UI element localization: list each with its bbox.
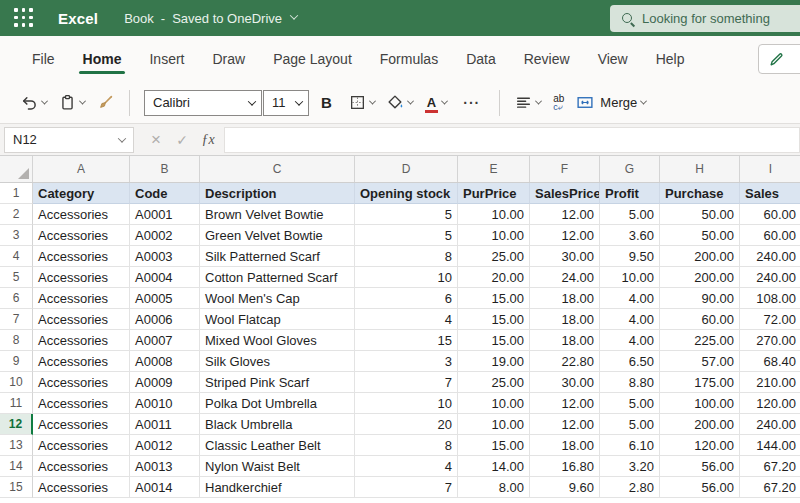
cell[interactable]: 3.20 [600,456,660,477]
function-icon[interactable]: ƒx [196,132,220,148]
cell[interactable]: 16.80 [530,456,600,477]
cell[interactable]: 7 [355,372,458,393]
tab-file[interactable]: File [18,41,69,77]
cell[interactable]: A0002 [130,225,200,246]
column-header-D[interactable]: D [355,156,458,182]
cell[interactable]: Wool Flatcap [200,309,355,330]
cell[interactable]: Accessories [33,393,130,414]
cell[interactable]: 2.80 [600,477,660,498]
font-name-dropdown[interactable]: Calibri [144,90,262,116]
cell[interactable]: 3 [355,351,458,372]
cell[interactable]: Accessories [33,372,130,393]
cell[interactable]: 60.00 [740,225,800,246]
tab-home[interactable]: Home [69,41,136,77]
search-box[interactable] [610,5,800,32]
cell[interactable]: 5.00 [600,204,660,225]
confirm-icon[interactable]: ✓ [170,132,194,148]
cell[interactable]: Nylon Waist Belt [200,456,355,477]
cell[interactable]: 14.00 [458,456,530,477]
tab-draw[interactable]: Draw [198,41,259,77]
cell[interactable]: Accessories [33,288,130,309]
cell[interactable]: Description [200,183,355,204]
cell[interactable]: 22.80 [530,351,600,372]
cell[interactable]: 5.00 [600,393,660,414]
cell[interactable]: 60.00 [740,204,800,225]
row-header-12[interactable]: 12 [0,414,33,435]
cell[interactable]: Handkerchief [200,477,355,498]
cell[interactable]: 200.00 [660,267,740,288]
font-size-dropdown[interactable]: 11 [263,90,309,116]
row-header-4[interactable]: 4 [0,246,33,267]
cell[interactable]: A0006 [130,309,200,330]
cell[interactable]: A0004 [130,267,200,288]
cell[interactable]: Silk Patterned Scarf [200,246,355,267]
cell[interactable]: 7 [355,477,458,498]
tab-data[interactable]: Data [452,41,510,77]
cell[interactable]: PurPrice [458,183,530,204]
cell[interactable]: A0003 [130,246,200,267]
cell[interactable]: 20.00 [458,267,530,288]
cell[interactable]: 200.00 [660,414,740,435]
cell[interactable]: 15.00 [458,330,530,351]
search-input[interactable] [642,11,792,26]
cell[interactable]: A0010 [130,393,200,414]
cell[interactable]: 4.00 [600,330,660,351]
formula-input[interactable] [225,128,799,152]
cell[interactable]: 144.00 [740,435,800,456]
cell[interactable]: 30.00 [530,372,600,393]
cell[interactable]: 6 [355,288,458,309]
cell[interactable]: 19.00 [458,351,530,372]
cell[interactable]: Profit [600,183,660,204]
row-header-3[interactable]: 3 [0,225,33,246]
cell[interactable]: Accessories [33,225,130,246]
cell[interactable]: 20 [355,414,458,435]
cell[interactable]: 210.00 [740,372,800,393]
cell[interactable]: 15.00 [458,309,530,330]
editing-mode-button[interactable] [758,44,800,74]
cell[interactable]: 15.00 [458,435,530,456]
cell[interactable]: Striped Pink Scarf [200,372,355,393]
cell[interactable]: A0009 [130,372,200,393]
column-header-A[interactable]: A [33,156,130,182]
cell[interactable]: 30.00 [530,246,600,267]
more-formatting-button[interactable]: ··· [454,90,489,116]
cell[interactable]: 9.50 [600,246,660,267]
cell[interactable]: 56.00 [660,477,740,498]
cell[interactable]: Cotton Patterned Scarf [200,267,355,288]
tab-view[interactable]: View [584,41,642,77]
column-header-E[interactable]: E [458,156,530,182]
row-header-13[interactable]: 13 [0,435,33,456]
cell[interactable]: 6.50 [600,351,660,372]
cell[interactable]: Accessories [33,435,130,456]
cell[interactable]: 12.00 [530,204,600,225]
row-header-10[interactable]: 10 [0,372,33,393]
cell[interactable]: A0011 [130,414,200,435]
bold-button[interactable]: B [311,90,342,115]
cell[interactable]: Mixed Wool Gloves [200,330,355,351]
cell[interactable]: 4 [355,456,458,477]
cell[interactable]: Classic Leather Belt [200,435,355,456]
tab-review[interactable]: Review [510,41,584,77]
tab-help[interactable]: Help [642,41,699,77]
column-header-C[interactable]: C [200,156,355,182]
cell[interactable]: 8.00 [458,477,530,498]
cell[interactable]: 4 [355,309,458,330]
cell[interactable]: Silk Gloves [200,351,355,372]
cell[interactable]: 57.00 [660,351,740,372]
cell[interactable]: 8 [355,246,458,267]
row-header-5[interactable]: 5 [0,267,33,288]
cell[interactable]: 25.00 [458,246,530,267]
paste-button[interactable] [54,89,90,116]
cell[interactable]: Black Umbrella [200,414,355,435]
cell[interactable]: 10.00 [458,414,530,435]
cell[interactable]: 200.00 [660,246,740,267]
column-header-I[interactable]: I [740,156,800,182]
merge-button[interactable]: Merge [571,89,651,116]
cell[interactable]: 24.00 [530,267,600,288]
cell[interactable]: 67.20 [740,456,800,477]
row-header-2[interactable]: 2 [0,204,33,225]
font-color-button[interactable]: A [420,90,452,115]
cell[interactable]: 10.00 [458,393,530,414]
cell[interactable]: 68.40 [740,351,800,372]
cell[interactable]: 25.00 [458,372,530,393]
